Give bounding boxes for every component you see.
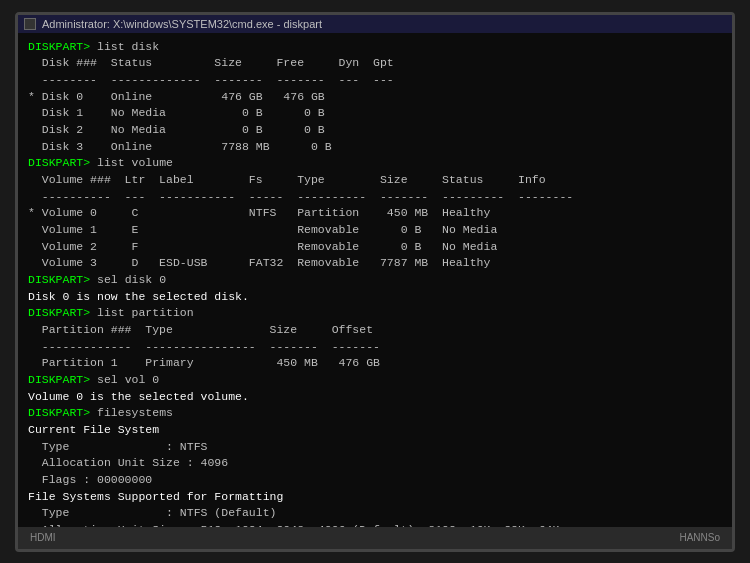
terminal-line: Current File System	[28, 422, 722, 439]
terminal-line: DISKPART> list disk	[28, 39, 722, 56]
terminal-line: Partition 1 Primary 450 MB 476 GB	[28, 355, 722, 372]
terminal-line: Partition ### Type Size Offset	[28, 322, 722, 339]
terminal-line: DISKPART> list volume	[28, 155, 722, 172]
title-bar: Administrator: X:\windows\SYSTEM32\cmd.e…	[18, 15, 732, 33]
terminal-line: DISKPART> filesystems	[28, 405, 722, 422]
terminal-line: * Volume 0 C NTFS Partition 450 MB Healt…	[28, 205, 722, 222]
monitor-bottom: HDMI HANNSo	[18, 527, 732, 549]
terminal-line: File Systems Supported for Formatting	[28, 489, 722, 506]
monitor-window: Administrator: X:\windows\SYSTEM32\cmd.e…	[15, 12, 735, 552]
terminal-line: Allocation Unit Size : 4096	[28, 455, 722, 472]
terminal-line: Disk 0 is now the selected disk.	[28, 289, 722, 306]
terminal-line: Disk 2 No Media 0 B 0 B	[28, 122, 722, 139]
terminal-line: ---------- --- ----------- ----- -------…	[28, 189, 722, 206]
terminal-line: DISKPART> sel disk 0	[28, 272, 722, 289]
terminal-line: Type : NTFS	[28, 439, 722, 456]
terminal-line: Type : NTFS (Default)	[28, 505, 722, 522]
terminal-line: DISKPART> list partition	[28, 305, 722, 322]
terminal-line: DISKPART> sel vol 0	[28, 372, 722, 389]
terminal-line: * Disk 0 Online 476 GB 476 GB	[28, 89, 722, 106]
terminal-line: Volume 2 F Removable 0 B No Media	[28, 239, 722, 256]
terminal-line: Volume ### Ltr Label Fs Type Size Status…	[28, 172, 722, 189]
terminal-line: Volume 3 D ESD-USB FAT32 Removable 7787 …	[28, 255, 722, 272]
terminal-body[interactable]: DISKPART> list disk Disk ### Status Size…	[18, 33, 732, 527]
terminal-line: Disk 1 No Media 0 B 0 B	[28, 105, 722, 122]
bottom-right-label: HANNSo	[679, 532, 720, 543]
cmd-icon	[24, 18, 36, 30]
terminal-line: Disk 3 Online 7788 MB 0 B	[28, 139, 722, 156]
bottom-left-label: HDMI	[30, 532, 56, 543]
terminal-line: Volume 0 is the selected volume.	[28, 389, 722, 406]
terminal-line: ------------- ---------------- ------- -…	[28, 339, 722, 356]
terminal-line: Volume 1 E Removable 0 B No Media	[28, 222, 722, 239]
window-title: Administrator: X:\windows\SYSTEM32\cmd.e…	[42, 18, 322, 30]
terminal-line: -------- ------------- ------- ------- -…	[28, 72, 722, 89]
terminal-line: Disk ### Status Size Free Dyn Gpt	[28, 55, 722, 72]
terminal-line: Flags : 00000000	[28, 472, 722, 489]
